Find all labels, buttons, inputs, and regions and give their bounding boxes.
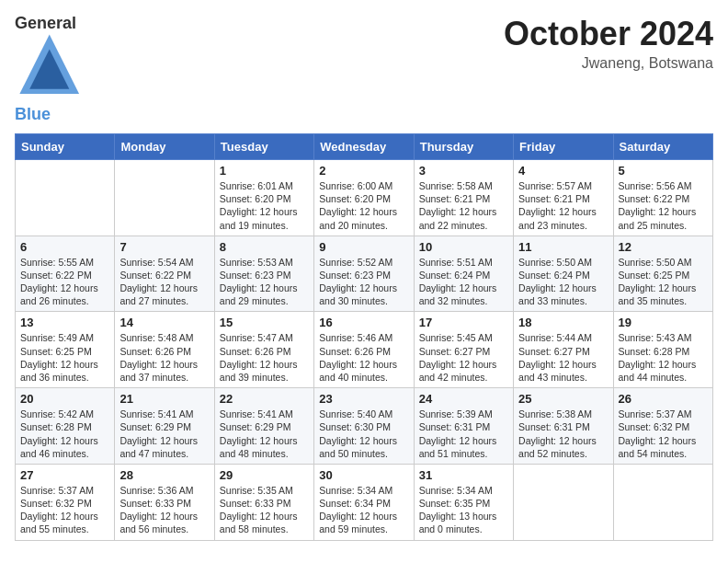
- calendar-cell: 26Sunrise: 5:37 AM Sunset: 6:32 PM Dayli…: [613, 388, 712, 465]
- calendar-table: SundayMondayTuesdayWednesdayThursdayFrid…: [15, 133, 713, 540]
- day-number: 19: [619, 316, 708, 329]
- calendar-week-row: 13Sunrise: 5:49 AM Sunset: 6:25 PM Dayli…: [16, 312, 713, 388]
- day-number: 8: [220, 240, 309, 254]
- day-info: Sunrise: 5:40 AM Sunset: 6:30 PM Dayligh…: [319, 408, 408, 460]
- calendar-cell: 3Sunrise: 5:58 AM Sunset: 6:21 PM Daylig…: [414, 160, 513, 236]
- day-info: Sunrise: 5:41 AM Sunset: 6:29 PM Dayligh…: [220, 408, 309, 460]
- calendar-cell: 22Sunrise: 5:41 AM Sunset: 6:29 PM Dayli…: [214, 388, 313, 465]
- day-info: Sunrise: 5:46 AM Sunset: 6:26 PM Dayligh…: [319, 331, 408, 384]
- calendar-cell: 4Sunrise: 5:57 AM Sunset: 6:21 PM Daylig…: [514, 160, 613, 236]
- calendar-cell: 1Sunrise: 6:01 AM Sunset: 6:20 PM Daylig…: [214, 160, 313, 236]
- calendar-cell: 30Sunrise: 5:34 AM Sunset: 6:34 PM Dayli…: [314, 464, 414, 540]
- day-info: Sunrise: 5:45 AM Sunset: 6:27 PM Dayligh…: [419, 331, 508, 384]
- day-info: Sunrise: 6:01 AM Sunset: 6:20 PM Dayligh…: [220, 179, 309, 232]
- month-title: October 2024: [504, 15, 713, 53]
- day-number: 24: [419, 392, 508, 406]
- day-number: 15: [220, 316, 309, 329]
- day-number: 17: [419, 316, 508, 329]
- day-number: 6: [20, 240, 109, 254]
- day-info: Sunrise: 5:44 AM Sunset: 6:27 PM Dayligh…: [518, 331, 608, 384]
- day-info: Sunrise: 5:38 AM Sunset: 6:31 PM Dayligh…: [518, 408, 608, 460]
- day-number: 16: [319, 316, 408, 329]
- day-number: 30: [319, 468, 408, 482]
- calendar-cell: 15Sunrise: 5:47 AM Sunset: 6:26 PM Dayli…: [214, 312, 313, 388]
- day-info: Sunrise: 5:58 AM Sunset: 6:21 PM Dayligh…: [419, 179, 508, 232]
- calendar-cell: 9Sunrise: 5:52 AM Sunset: 6:23 PM Daylig…: [314, 236, 414, 312]
- day-info: Sunrise: 5:57 AM Sunset: 6:21 PM Dayligh…: [518, 179, 608, 232]
- day-number: 14: [119, 316, 209, 329]
- day-info: Sunrise: 5:55 AM Sunset: 6:22 PM Dayligh…: [20, 256, 109, 308]
- calendar-cell: 20Sunrise: 5:42 AM Sunset: 6:28 PM Dayli…: [16, 388, 115, 465]
- day-info: Sunrise: 5:50 AM Sunset: 6:25 PM Dayligh…: [619, 256, 708, 308]
- weekday-header-monday: Monday: [115, 134, 214, 160]
- day-info: Sunrise: 5:37 AM Sunset: 6:32 PM Dayligh…: [619, 408, 708, 460]
- day-info: Sunrise: 5:36 AM Sunset: 6:33 PM Dayligh…: [119, 484, 209, 536]
- calendar-cell: [514, 464, 613, 540]
- day-number: 27: [20, 468, 109, 482]
- calendar-cell: 25Sunrise: 5:38 AM Sunset: 6:31 PM Dayli…: [514, 388, 613, 465]
- calendar-cell: 19Sunrise: 5:43 AM Sunset: 6:28 PM Dayli…: [613, 312, 712, 388]
- calendar-cell: 10Sunrise: 5:51 AM Sunset: 6:24 PM Dayli…: [414, 236, 513, 312]
- weekday-header-tuesday: Tuesday: [214, 134, 313, 160]
- day-info: Sunrise: 6:00 AM Sunset: 6:20 PM Dayligh…: [319, 179, 408, 232]
- day-number: 13: [20, 316, 109, 329]
- calendar-week-row: 6Sunrise: 5:55 AM Sunset: 6:22 PM Daylig…: [16, 236, 713, 312]
- calendar-cell: 27Sunrise: 5:37 AM Sunset: 6:32 PM Dayli…: [16, 464, 115, 540]
- calendar-cell: [115, 160, 214, 236]
- calendar-cell: 11Sunrise: 5:50 AM Sunset: 6:24 PM Dayli…: [514, 236, 613, 312]
- day-number: 23: [319, 392, 408, 406]
- calendar-cell: 7Sunrise: 5:54 AM Sunset: 6:22 PM Daylig…: [115, 236, 214, 312]
- calendar-cell: 12Sunrise: 5:50 AM Sunset: 6:25 PM Dayli…: [613, 236, 712, 312]
- day-info: Sunrise: 5:48 AM Sunset: 6:26 PM Dayligh…: [119, 331, 209, 384]
- day-info: Sunrise: 5:34 AM Sunset: 6:34 PM Dayligh…: [319, 484, 408, 536]
- day-number: 2: [319, 164, 408, 178]
- calendar-cell: 14Sunrise: 5:48 AM Sunset: 6:26 PM Dayli…: [115, 312, 214, 388]
- day-number: 25: [518, 392, 608, 406]
- day-number: 20: [20, 392, 109, 406]
- logo: General Blue: [15, 15, 85, 124]
- day-number: 29: [220, 468, 309, 482]
- day-info: Sunrise: 5:41 AM Sunset: 6:29 PM Dayligh…: [119, 408, 209, 460]
- weekday-header-wednesday: Wednesday: [314, 134, 414, 160]
- day-info: Sunrise: 5:35 AM Sunset: 6:33 PM Dayligh…: [220, 484, 309, 536]
- day-info: Sunrise: 5:42 AM Sunset: 6:28 PM Dayligh…: [20, 408, 109, 460]
- calendar-cell: [16, 160, 115, 236]
- title-area: October 2024 Jwaneng, Botswana: [504, 15, 713, 72]
- day-number: 7: [119, 240, 209, 254]
- logo-icon: [15, 86, 85, 101]
- day-number: 28: [119, 468, 209, 482]
- calendar-cell: 18Sunrise: 5:44 AM Sunset: 6:27 PM Dayli…: [514, 312, 613, 388]
- day-number: 22: [220, 392, 309, 406]
- day-number: 12: [619, 240, 708, 254]
- logo-blue: Blue: [15, 105, 51, 123]
- day-number: 5: [619, 164, 708, 178]
- day-info: Sunrise: 5:52 AM Sunset: 6:23 PM Dayligh…: [319, 256, 408, 308]
- day-number: 21: [119, 392, 209, 406]
- calendar-cell: 31Sunrise: 5:34 AM Sunset: 6:35 PM Dayli…: [414, 464, 513, 540]
- day-info: Sunrise: 5:56 AM Sunset: 6:22 PM Dayligh…: [619, 179, 708, 232]
- day-number: 31: [419, 468, 508, 482]
- calendar-cell: 17Sunrise: 5:45 AM Sunset: 6:27 PM Dayli…: [414, 312, 513, 388]
- day-info: Sunrise: 5:50 AM Sunset: 6:24 PM Dayligh…: [518, 256, 608, 308]
- day-info: Sunrise: 5:47 AM Sunset: 6:26 PM Dayligh…: [220, 331, 309, 384]
- weekday-header-row: SundayMondayTuesdayWednesdayThursdayFrid…: [16, 134, 713, 160]
- weekday-header-saturday: Saturday: [613, 134, 712, 160]
- calendar-cell: 24Sunrise: 5:39 AM Sunset: 6:31 PM Dayli…: [414, 388, 513, 465]
- day-number: 10: [419, 240, 508, 254]
- calendar-week-row: 20Sunrise: 5:42 AM Sunset: 6:28 PM Dayli…: [16, 388, 713, 465]
- day-number: 26: [619, 392, 708, 406]
- calendar-week-row: 27Sunrise: 5:37 AM Sunset: 6:32 PM Dayli…: [16, 464, 713, 540]
- calendar-cell: 2Sunrise: 6:00 AM Sunset: 6:20 PM Daylig…: [314, 160, 414, 236]
- day-info: Sunrise: 5:34 AM Sunset: 6:35 PM Dayligh…: [419, 484, 508, 536]
- location-subtitle: Jwaneng, Botswana: [504, 55, 713, 72]
- day-number: 11: [518, 240, 608, 254]
- day-info: Sunrise: 5:39 AM Sunset: 6:31 PM Dayligh…: [419, 408, 508, 460]
- day-number: 9: [319, 240, 408, 254]
- calendar-cell: 21Sunrise: 5:41 AM Sunset: 6:29 PM Dayli…: [115, 388, 214, 465]
- calendar-cell: 16Sunrise: 5:46 AM Sunset: 6:26 PM Dayli…: [314, 312, 414, 388]
- day-info: Sunrise: 5:43 AM Sunset: 6:28 PM Dayligh…: [619, 331, 708, 384]
- weekday-header-friday: Friday: [514, 134, 613, 160]
- day-number: 3: [419, 164, 508, 178]
- calendar-cell: 6Sunrise: 5:55 AM Sunset: 6:22 PM Daylig…: [16, 236, 115, 312]
- day-info: Sunrise: 5:49 AM Sunset: 6:25 PM Dayligh…: [20, 331, 109, 384]
